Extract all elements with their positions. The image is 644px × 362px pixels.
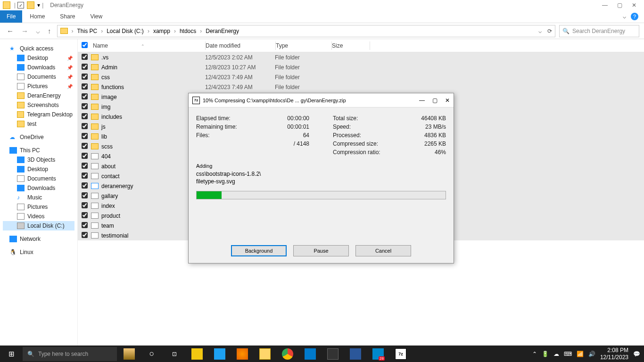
close-button[interactable]: ✕ (632, 2, 636, 8)
row-checkbox[interactable] (82, 212, 88, 218)
crumb-item[interactable]: Local Disk (C:) (107, 28, 144, 34)
file-row[interactable]: .vs12/5/2023 2:02 AMFile folder (78, 52, 644, 62)
row-checkbox[interactable] (82, 103, 88, 109)
sidebar-network[interactable]: Network (3, 234, 74, 244)
sidebar-item-desktop[interactable]: Desktop📌 (3, 53, 74, 63)
sidebar-quick-access[interactable]: ★Quick access (3, 44, 74, 53)
row-checkbox[interactable] (82, 93, 88, 99)
back-button[interactable]: ← (5, 27, 16, 35)
taskbar-app-telegram[interactable]: 28 (367, 346, 389, 362)
row-checkbox[interactable] (82, 143, 88, 149)
taskbar-app-twitter[interactable] (208, 346, 231, 362)
chevron-right-icon[interactable]: › (200, 28, 202, 34)
chevron-right-icon[interactable]: › (72, 28, 74, 34)
row-checkbox[interactable] (82, 202, 88, 208)
crumb-item[interactable]: This PC (77, 28, 98, 34)
row-checkbox[interactable] (82, 173, 88, 179)
row-checkbox[interactable] (82, 153, 88, 159)
sidebar-item-documents[interactable]: Documents📌 (3, 72, 74, 82)
chevron-right-icon[interactable]: › (101, 28, 103, 34)
chevron-right-icon[interactable]: › (174, 28, 176, 34)
col-type[interactable]: Type (276, 42, 331, 49)
row-checkbox[interactable] (82, 54, 88, 60)
taskbar-app-7zip[interactable]: 7z (389, 346, 412, 362)
tab-home[interactable]: Home (22, 11, 52, 22)
navigation-pane[interactable]: ★Quick access Desktop📌 Downloads📌 Docume… (0, 39, 78, 346)
forward-button[interactable]: → (19, 27, 30, 35)
search-input[interactable]: 🔍 Search DeranEnergy (559, 25, 639, 37)
tray-battery-icon[interactable]: 🔋 (542, 351, 549, 357)
col-size[interactable]: Size (332, 42, 370, 49)
crumb-item[interactable]: DeranEnergy (206, 28, 239, 34)
tray-onedrive-icon[interactable]: ☁ (553, 351, 559, 357)
sidebar-onedrive[interactable]: ☁OneDrive (3, 132, 74, 142)
tab-view[interactable]: View (83, 11, 110, 22)
row-checkbox[interactable] (82, 83, 88, 90)
taskbar-app-word[interactable] (344, 346, 367, 362)
sidebar-item-downloads2[interactable]: Downloads (3, 183, 74, 193)
cancel-button[interactable]: Cancel (355, 245, 411, 256)
row-checkbox[interactable] (82, 64, 88, 70)
sidebar-item-telegram[interactable]: Telegram Desktop (3, 110, 74, 119)
sidebar-item-deranenergy[interactable]: DeranEnergy (3, 91, 74, 100)
qat-checkbox-icon[interactable]: ✓ (17, 2, 24, 8)
cortana-button[interactable]: ○ (140, 346, 163, 362)
tray-volume-icon[interactable]: 🔊 (588, 351, 595, 357)
tray-clock[interactable]: 2:08 PM 12/11/2023 (600, 347, 628, 361)
address-dropdown-icon[interactable]: ⌵ (538, 28, 542, 34)
row-checkbox[interactable] (82, 192, 88, 198)
notifications-icon[interactable]: 💬 (633, 351, 640, 357)
crumb-item[interactable]: htdocs (180, 28, 196, 34)
row-checkbox[interactable] (82, 222, 88, 228)
row-checkbox[interactable] (82, 182, 88, 189)
sidebar-item-pictures2[interactable]: Pictures (3, 202, 74, 212)
sidebar-item-screenshots[interactable]: Screenshots (3, 100, 74, 110)
sidebar-item-desktop2[interactable]: Desktop (3, 165, 74, 174)
start-button[interactable]: ⊞ (0, 350, 23, 358)
row-checkbox[interactable] (82, 163, 88, 169)
row-checkbox[interactable] (82, 113, 88, 119)
taskbar-app-explorer[interactable] (254, 346, 276, 362)
sidebar-item-pictures[interactable]: Pictures📌 (3, 82, 74, 91)
column-separator[interactable] (370, 41, 370, 50)
refresh-icon[interactable]: ⟳ (547, 28, 552, 34)
file-row[interactable]: functions12/4/2023 7:49 AMFile folder (78, 82, 644, 92)
sidebar-item-documents2[interactable]: Documents (3, 174, 74, 183)
dialog-titlebar[interactable]: 7z 10% Compressing C:\xampp\htdocs\De ..… (189, 93, 454, 107)
sidebar-item-downloads[interactable]: Downloads📌 (3, 63, 74, 72)
row-checkbox[interactable] (82, 133, 88, 139)
taskbar-app-vscode[interactable] (299, 346, 322, 362)
qat-dropdown-icon[interactable]: ▾ (37, 2, 40, 8)
sidebar-item-test[interactable]: test (3, 119, 74, 129)
tray-overflow-icon[interactable]: ⌃ (532, 351, 537, 357)
select-all-checkbox[interactable] (82, 42, 88, 48)
taskbar-app-photos[interactable] (322, 346, 344, 362)
breadcrumb[interactable]: › This PC › Local Disk (C:) › xampp › ht… (57, 25, 556, 37)
file-tab[interactable]: File (0, 10, 22, 23)
sidebar-this-pc[interactable]: This PC (3, 146, 74, 155)
maximize-button[interactable]: ▢ (617, 2, 622, 8)
up-button[interactable]: ↑ (46, 27, 53, 35)
tray-wifi-icon[interactable]: 📶 (577, 351, 584, 357)
col-name[interactable]: Name⌃ (91, 42, 205, 49)
sidebar-item-videos[interactable]: Videos (3, 212, 74, 221)
taskbar-app-firefox[interactable] (231, 346, 254, 362)
recent-dropdown[interactable]: ⌵ (34, 27, 42, 35)
minimize-button[interactable]: — (602, 2, 608, 8)
dialog-close-button[interactable]: ✕ (445, 97, 450, 104)
col-date[interactable]: Date modified (206, 42, 275, 49)
sidebar-linux[interactable]: 🐧Linux (3, 247, 74, 257)
row-checkbox[interactable] (82, 123, 88, 129)
taskbar-search[interactable]: 🔍Type here to search (23, 347, 117, 361)
crumb-item[interactable]: xampp (153, 28, 170, 34)
taskbar-app[interactable] (118, 346, 140, 362)
sidebar-item-music[interactable]: ♪Music (3, 193, 74, 202)
taskbar[interactable]: ⊞ 🔍Type here to search ○ ⊡ 28 7z ⌃ 🔋 ☁ ⌨… (0, 346, 644, 362)
taskbar-app-chrome[interactable] (276, 346, 299, 362)
row-checkbox[interactable] (82, 74, 88, 80)
help-icon[interactable]: ? (631, 13, 638, 20)
ribbon-collapse-icon[interactable]: ⌵ (623, 13, 626, 20)
sidebar-item-3dobjects[interactable]: 3D Objects (3, 155, 74, 165)
chevron-right-icon[interactable]: › (148, 28, 149, 34)
tab-share[interactable]: Share (52, 11, 83, 22)
